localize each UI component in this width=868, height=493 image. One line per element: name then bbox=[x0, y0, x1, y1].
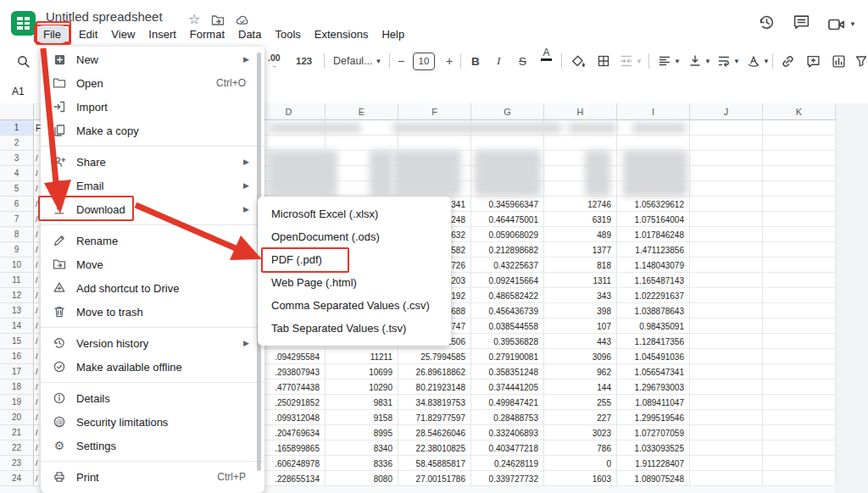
vertical-align-icon[interactable]: ▼ bbox=[688, 47, 711, 75]
row-header-1[interactable]: 1 bbox=[0, 120, 34, 136]
cell-F22[interactable]: 22.38010825 bbox=[398, 444, 465, 453]
decrease-decimal-button[interactable]: .00 → bbox=[268, 47, 281, 75]
cell-E17[interactable]: 10699 bbox=[326, 368, 392, 377]
text-wrap-icon[interactable]: ▼ bbox=[717, 47, 740, 75]
cell-H23[interactable]: 0 bbox=[544, 459, 611, 468]
decrease-font-size-button[interactable]: − bbox=[398, 47, 404, 75]
row-header-7[interactable]: 7 bbox=[0, 212, 34, 227]
menu-item-settings[interactable]: ⚙Settings bbox=[41, 434, 264, 457]
submenu-item-comma-separated-values-csv[interactable]: Comma Separated Values (.csv) bbox=[258, 294, 451, 317]
cell-G21[interactable]: 0.332406893 bbox=[471, 429, 538, 438]
cell-E22[interactable]: 8340 bbox=[326, 444, 392, 453]
cell-H16[interactable]: 3096 bbox=[544, 352, 611, 362]
row-header-20[interactable]: 20 bbox=[0, 410, 34, 425]
cell-I16[interactable]: 1.045491036 bbox=[617, 352, 684, 362]
submenu-item-opendocument-ods[interactable]: OpenDocument (.ods) bbox=[258, 225, 451, 248]
row-header-22[interactable]: 22 bbox=[0, 440, 34, 456]
cell-H19[interactable]: 255 bbox=[544, 398, 611, 407]
row-header-23[interactable]: 23 bbox=[0, 456, 34, 471]
menubar-item-extensions[interactable]: Extensions bbox=[308, 25, 376, 43]
strikethrough-button[interactable]: S bbox=[519, 47, 526, 75]
row-header-12[interactable]: 12 bbox=[0, 288, 34, 303]
menu-item-version-history[interactable]: Version history▶ bbox=[41, 331, 264, 355]
column-header-F[interactable]: F bbox=[398, 103, 471, 120]
cell-I17[interactable]: 1.056547341 bbox=[617, 368, 684, 377]
menu-item-move-to-trash[interactable]: Move to trash bbox=[41, 300, 264, 324]
cell-G18[interactable]: 0.374441205 bbox=[471, 383, 538, 392]
menubar-item-view[interactable]: View bbox=[104, 25, 142, 43]
cell-I23[interactable]: 1.911228407 bbox=[617, 459, 684, 468]
add-comment-icon[interactable] bbox=[806, 47, 821, 75]
menubar-item-help[interactable]: Help bbox=[375, 25, 411, 43]
cell-H7[interactable]: 6319 bbox=[544, 215, 611, 224]
cell-H20[interactable]: 227 bbox=[544, 413, 611, 423]
menubar-item-tools[interactable]: Tools bbox=[268, 25, 307, 43]
cell-G10[interactable]: 0.43225637 bbox=[471, 261, 538, 270]
number-format-button[interactable]: 123 bbox=[296, 47, 312, 75]
cell-I11[interactable]: 1.165487143 bbox=[617, 276, 684, 285]
row-header-18[interactable]: 18 bbox=[0, 379, 34, 395]
name-box[interactable]: A1 bbox=[12, 86, 25, 97]
row-header-19[interactable]: 19 bbox=[0, 395, 34, 410]
cell-I14[interactable]: 0.98435091 bbox=[617, 322, 684, 331]
cell-G20[interactable]: 0.28488753 bbox=[471, 413, 538, 423]
menu-item-import[interactable]: Import bbox=[41, 95, 264, 119]
cell-F21[interactable]: 28.54626046 bbox=[398, 429, 465, 438]
row-header-21[interactable]: 21 bbox=[0, 425, 34, 440]
menu-item-new[interactable]: New▶ bbox=[41, 47, 264, 71]
menu-item-share[interactable]: Share▶ bbox=[41, 150, 264, 174]
cell-E18[interactable]: 10290 bbox=[326, 383, 392, 392]
cell-G24[interactable]: 0.339727732 bbox=[471, 474, 538, 484]
cell-G9[interactable]: 0.212898682 bbox=[471, 246, 538, 255]
cell-F16[interactable]: 25.7994585 bbox=[398, 352, 465, 362]
column-header-H[interactable]: H bbox=[544, 103, 617, 120]
cell-E24[interactable]: 8080 bbox=[326, 474, 392, 484]
cell-G16[interactable]: 0.279190081 bbox=[471, 352, 538, 362]
column-header-K[interactable]: K bbox=[763, 103, 836, 120]
menu-item-move[interactable]: Move bbox=[41, 252, 264, 276]
cell-H22[interactable]: 786 bbox=[544, 444, 611, 453]
cell-H11[interactable]: 1311 bbox=[544, 276, 611, 285]
menu-item-make-a-copy[interactable]: Make a copy bbox=[41, 119, 264, 142]
cell-G19[interactable]: 0.499847421 bbox=[471, 398, 538, 407]
cell-G17[interactable]: 0.358351248 bbox=[471, 368, 538, 377]
cell-G7[interactable]: 0.464475001 bbox=[471, 215, 538, 224]
cell-H12[interactable]: 343 bbox=[544, 291, 611, 301]
row-header-5[interactable]: 5 bbox=[0, 181, 34, 197]
row-header-6[interactable]: 6 bbox=[0, 197, 34, 212]
cell-H9[interactable]: 1377 bbox=[544, 246, 611, 255]
cell-H17[interactable]: 962 bbox=[544, 368, 611, 377]
comments-icon[interactable] bbox=[793, 14, 810, 35]
row-header-17[interactable]: 17 bbox=[0, 364, 34, 379]
cell-E20[interactable]: 9158 bbox=[326, 413, 392, 423]
cell-G23[interactable]: 0.24628119 bbox=[471, 459, 538, 468]
search-icon[interactable] bbox=[16, 47, 31, 75]
cell-I19[interactable]: 1.089411047 bbox=[617, 398, 684, 407]
row-header-13[interactable]: 13 bbox=[0, 303, 34, 319]
insert-chart-icon[interactable] bbox=[832, 47, 846, 75]
menu-item-make-available-offline[interactable]: Make available offline bbox=[41, 355, 264, 379]
cell-E21[interactable]: 8995 bbox=[326, 429, 392, 438]
cell-H14[interactable]: 107 bbox=[544, 322, 611, 331]
cell-G6[interactable]: 0.345966347 bbox=[471, 200, 538, 209]
text-color-button[interactable]: A bbox=[541, 47, 552, 75]
cell-I10[interactable]: 1.148043079 bbox=[617, 261, 684, 270]
row-header-3[interactable]: 3 bbox=[0, 151, 34, 166]
row-header-16[interactable]: 16 bbox=[0, 349, 34, 364]
row-header-8[interactable]: 8 bbox=[0, 227, 34, 242]
select-all-corner[interactable] bbox=[0, 103, 34, 120]
version-history-icon[interactable] bbox=[758, 14, 776, 35]
row-header-9[interactable]: 9 bbox=[0, 242, 34, 258]
cell-I15[interactable]: 1.128417356 bbox=[617, 337, 684, 346]
cell-F18[interactable]: 80.21923148 bbox=[398, 383, 465, 392]
cell-H15[interactable]: 443 bbox=[544, 337, 611, 346]
column-header-I[interactable]: I bbox=[617, 103, 690, 120]
cell-F23[interactable]: 58.45885817 bbox=[398, 459, 465, 468]
cell-F19[interactable]: 34.83819753 bbox=[398, 398, 465, 407]
cell-I24[interactable]: 1.089075248 bbox=[617, 474, 684, 484]
cell-H6[interactable]: 12746 bbox=[544, 200, 611, 209]
cell-E23[interactable]: 8336 bbox=[326, 459, 392, 468]
cell-F24[interactable]: 27.00151786 bbox=[398, 474, 465, 484]
cell-F20[interactable]: 71.82977597 bbox=[398, 413, 465, 423]
cell-I22[interactable]: 1.033093525 bbox=[617, 444, 684, 453]
